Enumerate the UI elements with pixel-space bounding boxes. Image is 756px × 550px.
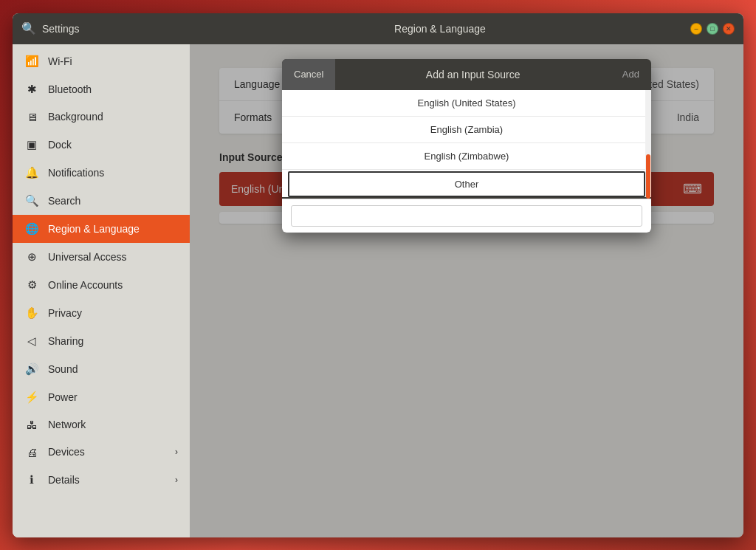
sidebar-label-universal-access: Universal Access xyxy=(48,251,127,263)
sidebar-item-wifi[interactable]: 📶 Wi-Fi xyxy=(13,47,190,75)
scrollbar-track xyxy=(645,90,651,197)
close-button[interactable]: ✕ xyxy=(723,23,735,35)
sidebar: 📶 Wi-Fi ✱ Bluetooth 🖥 Background ▣ Dock … xyxy=(13,44,190,537)
sidebar-item-dock[interactable]: ▣ Dock xyxy=(13,131,190,159)
search-sidebar-icon: 🔍 xyxy=(24,194,39,207)
sidebar-item-power[interactable]: ⚡ Power xyxy=(13,383,190,411)
settings-window: 🔍 Settings Region & Language – □ ✕ 📶 Wi-… xyxy=(13,13,743,537)
universal-access-icon: ⊕ xyxy=(24,250,39,264)
network-icon: 🖧 xyxy=(24,419,39,431)
online-accounts-icon: ⚙ xyxy=(24,278,39,292)
bluetooth-icon: ✱ xyxy=(24,83,39,96)
sidebar-label-sharing: Sharing xyxy=(48,335,83,347)
content-area: 📶 Wi-Fi ✱ Bluetooth 🖥 Background ▣ Dock … xyxy=(13,44,743,537)
dialog-header: Cancel Add an Input Source Add xyxy=(282,59,651,90)
sidebar-label-devices: Devices xyxy=(48,446,85,458)
devices-arrow-icon: › xyxy=(175,447,178,457)
add-input-source-dialog: Cancel Add an Input Source Add English (… xyxy=(282,59,651,233)
sidebar-item-online-accounts[interactable]: ⚙ Online Accounts xyxy=(13,271,190,299)
sidebar-label-notifications: Notifications xyxy=(48,167,104,179)
power-icon: ⚡ xyxy=(24,391,39,404)
sidebar-label-wifi: Wi-Fi xyxy=(48,55,72,67)
search-icon[interactable]: 🔍 xyxy=(21,21,36,35)
dialog-search-row: 🔍 xyxy=(282,199,651,233)
list-item-english-zambia[interactable]: English (Zambia) xyxy=(282,117,651,143)
window-controls: – □ ✕ xyxy=(690,23,735,35)
wifi-icon: 📶 xyxy=(24,55,39,68)
sound-icon: 🔊 xyxy=(24,362,39,376)
sidebar-label-background: Background xyxy=(48,111,103,123)
sidebar-label-region-language: Region & Language xyxy=(48,223,140,235)
sidebar-label-power: Power xyxy=(48,391,78,403)
sidebar-item-sound[interactable]: 🔊 Sound xyxy=(13,355,190,383)
devices-icon: 🖨 xyxy=(24,446,39,458)
list-item-english-us[interactable]: English (United States) xyxy=(282,90,651,117)
sidebar-label-network: Network xyxy=(48,419,86,430)
dialog-list: English (United States) English (Zambia)… xyxy=(282,90,651,197)
sidebar-item-region-language[interactable]: 🌐 Region & Language xyxy=(13,215,190,243)
details-icon: ℹ xyxy=(24,473,39,487)
dialog-title: Add an Input Source xyxy=(335,69,610,80)
window-title: Region & Language xyxy=(190,23,690,35)
sidebar-item-universal-access[interactable]: ⊕ Universal Access xyxy=(13,243,190,271)
titlebar: 🔍 Settings Region & Language – □ ✕ xyxy=(13,13,743,44)
sidebar-item-details[interactable]: ℹ Details › xyxy=(13,466,190,494)
dialog-overlay: Cancel Add an Input Source Add English (… xyxy=(190,44,743,537)
sidebar-item-network[interactable]: 🖧 Network xyxy=(13,411,190,439)
sidebar-label-online-accounts: Online Accounts xyxy=(48,279,123,291)
background-icon: 🖥 xyxy=(24,111,39,123)
sidebar-label-sound: Sound xyxy=(48,363,78,375)
region-icon: 🌐 xyxy=(24,222,39,236)
sidebar-item-privacy[interactable]: ✋ Privacy xyxy=(13,299,190,327)
dialog-search-wrap: 🔍 xyxy=(291,205,642,227)
sidebar-label-dock: Dock xyxy=(48,139,72,151)
dialog-search-input[interactable] xyxy=(291,205,642,227)
sidebar-item-devices[interactable]: 🖨 Devices › xyxy=(13,439,190,466)
sidebar-label-privacy: Privacy xyxy=(48,307,82,319)
sidebar-title: Settings xyxy=(42,23,190,35)
sidebar-item-search[interactable]: 🔍 Search xyxy=(13,187,190,215)
dialog-cancel-button[interactable]: Cancel xyxy=(282,59,335,90)
maximize-button[interactable]: □ xyxy=(707,23,718,35)
privacy-icon: ✋ xyxy=(24,306,39,320)
notifications-icon: 🔔 xyxy=(24,166,39,179)
sidebar-label-search: Search xyxy=(48,195,80,207)
main-content: Language English (United States) Formats… xyxy=(190,44,743,537)
sidebar-label-details: Details xyxy=(48,474,80,486)
sidebar-item-sharing[interactable]: ◁ Sharing xyxy=(13,327,190,355)
sidebar-item-bluetooth[interactable]: ✱ Bluetooth xyxy=(13,75,190,103)
dock-icon: ▣ xyxy=(24,138,39,151)
dialog-add-button[interactable]: Add xyxy=(611,59,651,90)
minimize-button[interactable]: – xyxy=(690,23,702,35)
details-arrow-icon: › xyxy=(175,475,178,485)
sharing-icon: ◁ xyxy=(24,334,39,348)
sidebar-item-notifications[interactable]: 🔔 Notifications xyxy=(13,159,190,187)
list-item-other[interactable]: Other xyxy=(288,171,645,197)
scrollbar-thumb[interactable] xyxy=(646,154,650,199)
sidebar-item-background[interactable]: 🖥 Background xyxy=(13,103,190,131)
sidebar-label-bluetooth: Bluetooth xyxy=(48,83,92,95)
list-item-english-zimbabwe[interactable]: English (Zimbabwe) xyxy=(282,143,651,170)
